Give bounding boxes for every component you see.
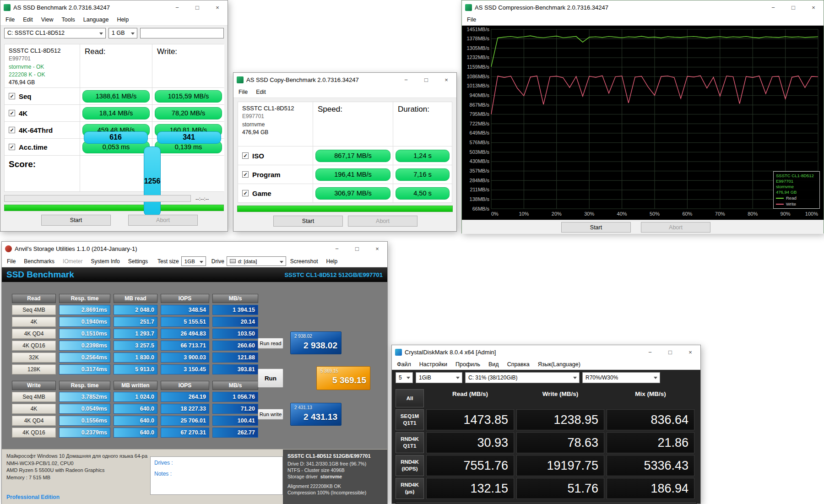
table-cell: 67 270.31 (161, 428, 209, 438)
minimize-button[interactable]: − (327, 242, 347, 255)
score-label: Score: (5, 156, 80, 191)
overall-progress-bar (237, 206, 453, 212)
menu-view[interactable]: View (37, 15, 58, 24)
menu-file[interactable]: File (1, 15, 19, 24)
game-checkbox[interactable]: ✓ (242, 190, 249, 196)
maximize-button[interactable]: □ (660, 345, 680, 359)
read-score-box: 2 938.02 2 938.02 (290, 331, 342, 354)
start-button[interactable]: Start (273, 216, 343, 227)
close-button[interactable]: × (803, 0, 824, 14)
anvil-storage-utilities-window: Anvil's Storage Utilities 1.1.0 (2014-Ja… (1, 241, 388, 504)
menu-tools[interactable]: Tools (58, 15, 79, 24)
drive-free-line: Drive D: 341.2/330.1GB free (96.7%) (287, 461, 383, 467)
table-header-cell: Read (12, 294, 56, 303)
menu-view[interactable]: Вид (484, 360, 503, 369)
maximize-button[interactable]: □ (187, 0, 207, 14)
minimize-button[interactable]: − (396, 73, 416, 87)
notes-label[interactable]: Notes : (154, 471, 279, 477)
menu-profile[interactable]: Профиль (451, 360, 484, 369)
check-icon: ✓ (10, 94, 14, 99)
test-size-select[interactable]: 1GiB (416, 372, 462, 383)
table-cell: 25 706.01 (161, 416, 209, 426)
svg-text:940MB/s: 940MB/s (470, 92, 490, 98)
program-speed-value: 196,41 MB/s (315, 168, 390, 181)
menu-settings[interactable]: Settings (124, 257, 152, 266)
check-icon: ✓ (243, 191, 247, 196)
menu-file[interactable]: File (234, 87, 252, 97)
svg-text:649MB/s: 649MB/s (470, 130, 490, 135)
minimize-button[interactable]: − (763, 0, 783, 14)
menu-edit[interactable]: Edit (252, 87, 270, 97)
run-read-button[interactable]: Run read (258, 338, 283, 349)
menu-help[interactable]: Help (113, 15, 133, 24)
test-count-select[interactable]: 5 (396, 372, 413, 383)
4k64-checkbox[interactable]: ✓ (9, 127, 15, 133)
menu-file[interactable]: File (463, 15, 480, 24)
start-button[interactable]: Start (561, 222, 631, 233)
maximize-button[interactable]: □ (783, 0, 803, 14)
cdm-app-icon (395, 349, 402, 356)
target-drive-select[interactable]: C: 31% (38/120GiB) (465, 372, 580, 383)
all-button[interactable]: All (396, 389, 424, 407)
table-cell: 103.50 (212, 329, 258, 339)
menu-language[interactable]: Language (79, 15, 113, 24)
menu-screenshot[interactable]: Screenshot (286, 257, 322, 266)
rnd4k-iops-button[interactable]: RND4K(IOPS) (396, 455, 424, 476)
rnd4k-latency-button[interactable]: RND4K(µs) (396, 478, 424, 499)
drives-label[interactable]: Drives : (154, 460, 279, 466)
row-4k64: ✓ 4K-64Thrd (5, 122, 80, 138)
close-button[interactable]: × (436, 73, 456, 87)
maximize-button[interactable]: □ (416, 73, 436, 87)
menu-help[interactable]: Help (322, 257, 342, 266)
table-row-label: 4K QD16 (12, 428, 56, 438)
table-cell: 0.1940ms (59, 317, 110, 327)
close-button[interactable]: × (367, 242, 387, 255)
table-cell: 393.81 (212, 364, 258, 374)
benchmark-result-grid: SSSTC CL1-8D512 E997701 stornvme - OK 22… (4, 44, 224, 192)
menu-help[interactable]: Справка (503, 360, 534, 369)
read-column-header: Read (MB/s) (426, 389, 514, 407)
minimize-button[interactable]: − (640, 345, 660, 359)
drive-select[interactable]: d: [data] (227, 256, 286, 266)
menu-language[interactable]: Язык(Language) (534, 360, 585, 369)
4k-checkbox[interactable]: ✓ (9, 110, 15, 116)
device-title: SSSTC CL1-8D512 512GB/E997701 (287, 453, 383, 459)
maximize-button[interactable]: □ (347, 242, 367, 255)
minimize-button[interactable]: − (167, 0, 187, 14)
rnd4k-q1t1-button[interactable]: RND4KQ1T1 (396, 432, 424, 453)
dropdown-arrow-icon (571, 373, 579, 383)
program-checkbox[interactable]: ✓ (242, 171, 249, 178)
start-button[interactable]: Start (41, 215, 111, 226)
menu-settings[interactable]: Настройки (415, 360, 451, 369)
menu-file[interactable]: Файл (393, 360, 415, 369)
menu-edit[interactable]: Edit (19, 15, 37, 24)
acctime-checkbox[interactable]: ✓ (9, 144, 15, 150)
run-button[interactable]: Run (258, 369, 283, 388)
comment-input[interactable] (140, 28, 224, 38)
system-info-block: Майкрософт Windows 10 Домашняя для одног… (6, 453, 149, 481)
run-write-button[interactable]: Run write (258, 409, 283, 420)
mix-ratio-select[interactable]: R70%/W30% (582, 372, 660, 383)
iso-checkbox[interactable]: ✓ (242, 152, 249, 159)
test-size-select[interactable]: 1 GB (108, 28, 137, 38)
menu-file[interactable]: File (3, 257, 20, 266)
table-cell: 20.14 (212, 317, 258, 327)
as-ssd-app-icon (4, 4, 11, 11)
menu-system-info[interactable]: System Info (87, 257, 124, 266)
result-cell: 1238.95 (516, 409, 604, 430)
row-4k: ✓ 4K (5, 105, 80, 121)
seq-checkbox[interactable]: ✓ (9, 93, 15, 99)
close-button[interactable]: × (207, 0, 228, 14)
drive-select[interactable]: C: SSSTC CL1-8D512 (4, 28, 106, 38)
drive-label: Drive (206, 258, 227, 265)
svg-text:20%: 20% (552, 211, 562, 217)
write-results-table: Write Resp. time MB written IOPS MB/s Se… (12, 381, 258, 438)
drive-firmware: E997701 (242, 113, 309, 119)
close-button[interactable]: × (680, 345, 700, 359)
seq1m-q1t1-button[interactable]: SEQ1MQ1T1 (396, 409, 424, 430)
menu-benchmarks[interactable]: Benchmarks (20, 257, 59, 266)
table-cell: 0.0549ms (59, 404, 110, 414)
test-size-select[interactable]: 1GB (181, 256, 206, 266)
total-score-box: 5 369.15 5 369.15 (316, 366, 370, 390)
iso-duration-value: 1,24 s (396, 150, 450, 162)
